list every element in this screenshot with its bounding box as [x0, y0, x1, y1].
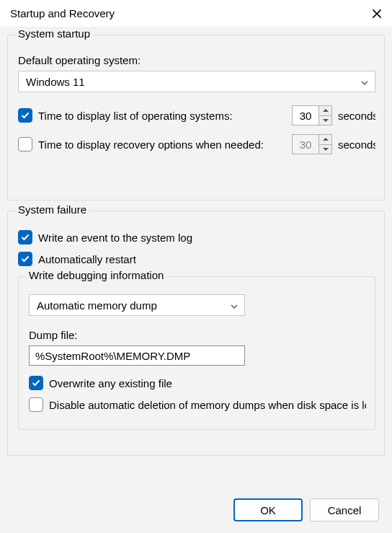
dialog-content: System startup Default operating system:… — [0, 27, 392, 533]
system-failure-legend: System failure — [15, 203, 89, 216]
spinner-down-icon[interactable] — [319, 115, 331, 125]
display-recovery-spinner: 30 — [292, 134, 332, 154]
auto-restart-label: Automatically restart — [38, 253, 136, 265]
default-os-value: Windows 11 — [26, 76, 85, 88]
system-startup-legend: System startup — [15, 27, 93, 40]
display-recovery-checkbox[interactable] — [18, 137, 32, 151]
chevron-down-icon — [230, 301, 239, 309]
default-os-select[interactable]: Windows 11 — [18, 71, 375, 92]
debug-type-select[interactable]: Automatic memory dump — [29, 294, 245, 316]
chevron-down-icon — [360, 77, 369, 86]
system-startup-group: System startup Default operating system:… — [7, 35, 385, 201]
cancel-button[interactable]: Cancel — [310, 498, 379, 521]
display-os-list-checkbox[interactable] — [18, 108, 32, 123]
display-recovery-unit: seconds — [338, 138, 375, 151]
disable-auto-delete-checkbox[interactable] — [29, 397, 43, 412]
display-os-list-label: Time to display list of operating system… — [38, 110, 288, 122]
system-failure-group: System failure Write an event to the sys… — [7, 211, 385, 456]
ok-button[interactable]: OK — [233, 498, 303, 521]
display-recovery-row: Time to display recovery options when ne… — [18, 134, 375, 154]
titlebar: Startup and Recovery — [0, 0, 392, 27]
display-os-list-unit: seconds — [338, 110, 375, 122]
dumpfile-label: Dump file: — [29, 329, 366, 341]
close-icon[interactable] — [370, 7, 383, 20]
display-os-list-spinner[interactable]: 30 — [292, 105, 332, 125]
display-os-list-row: Time to display list of operating system… — [18, 105, 375, 125]
display-recovery-value: 30 — [293, 135, 318, 154]
disable-auto-delete-label: Disable automatic deletion of memory dum… — [49, 399, 366, 411]
spinner-up-icon[interactable] — [319, 106, 331, 115]
dialog-buttons: OK Cancel — [233, 498, 379, 521]
debug-type-value: Automatic memory dump — [37, 299, 157, 312]
default-os-label: Default operating system: — [18, 54, 375, 66]
overwrite-checkbox[interactable] — [29, 376, 43, 390]
write-event-label: Write an event to the system log — [38, 232, 192, 244]
display-os-list-value: 30 — [293, 106, 318, 125]
dumpfile-input[interactable]: %SystemRoot%\MEMORY.DMP — [29, 345, 245, 366]
display-recovery-label: Time to display recovery options when ne… — [38, 138, 288, 151]
write-event-checkbox[interactable] — [18, 230, 32, 245]
debug-info-legend: Write debugging information — [26, 269, 166, 281]
spinner-down-icon — [319, 144, 331, 154]
dumpfile-value: %SystemRoot%\MEMORY.DMP — [35, 350, 190, 362]
auto-restart-checkbox[interactable] — [18, 252, 32, 266]
window-title: Startup and Recovery — [10, 7, 115, 19]
overwrite-label: Overwrite any existing file — [49, 377, 172, 389]
spinner-up-icon — [319, 135, 331, 144]
debug-info-group: Write debugging information Automatic me… — [18, 276, 375, 430]
